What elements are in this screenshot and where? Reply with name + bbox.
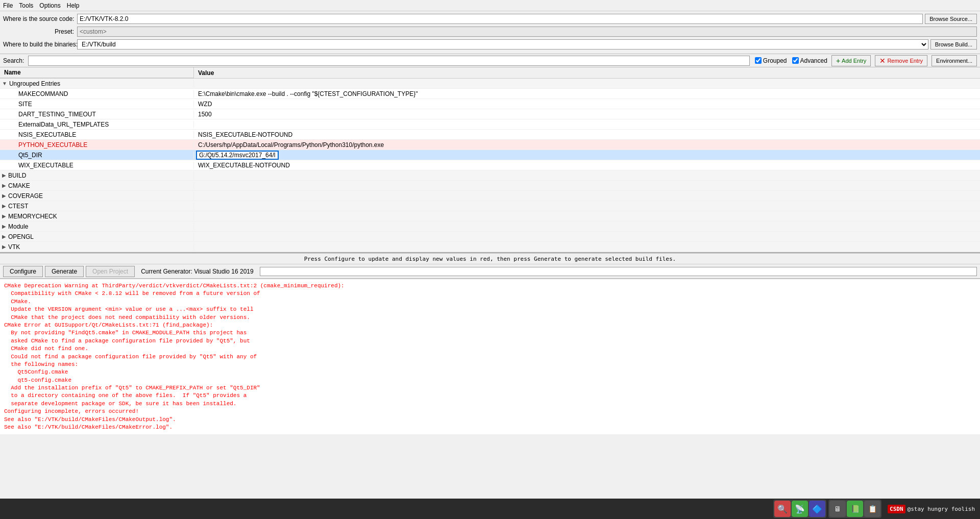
menu-file[interactable]: File [3,2,13,9]
output-line: Configuring incomplete, errors occurred! [4,408,976,415]
taskbar-copy-icon[interactable]: 📋 [864,501,880,517]
output-line: CMake did not find one. [4,345,976,353]
group-row[interactable]: ▶BUILD [0,170,980,181]
table-row[interactable]: WIX_EXECUTABLEWIX_EXECUTABLE-NOTFOUND [0,160,980,170]
entry-value-cell[interactable] [194,151,279,160]
remove-entry-button[interactable]: ✕ Remove Entry [875,55,927,66]
grouped-checkbox-label[interactable]: Grouped [755,57,787,64]
output-line: qt5-config.cmake [4,377,976,384]
menu-tools[interactable]: Tools [19,2,33,9]
open-project-button[interactable]: Open Project [86,266,135,277]
table-row[interactable]: DART_TESTING_TIMEOUT1500 [0,109,980,119]
group-arrow: ▶ [2,172,6,178]
binaries-label: Where to build the binaries: [3,41,77,48]
preset-input[interactable] [77,27,977,37]
output-line: Add the installation prefix of "Qt5" to … [4,384,976,392]
grouped-checkbox[interactable] [755,57,762,64]
taskbar-search-icon[interactable]: 🔍 [774,501,791,517]
output-line: the following names: [4,361,976,368]
table-row[interactable]: PYTHON_EXECUTABLEC:/Users/hp/AppData/Loc… [0,140,980,150]
taskbar: 🔍 📡 🔷 🖥 📗 📋 CSDN @stay hungry foolish [0,499,980,519]
taskbar-text-area: CSDN @stay hungry foolish [888,505,975,513]
menu-help[interactable]: Help [67,2,80,9]
table-row[interactable]: Qt5_DIR [0,150,980,160]
environment-button[interactable]: Environment... [932,55,977,66]
entry-value-cell: WIX_EXECUTABLE-NOTFOUND [194,162,980,169]
entry-value-input[interactable] [196,151,279,160]
output-line: separate development package or SDK, be … [4,400,976,408]
group-arrow: ▶ [2,234,6,239]
group-arrow: ▶ [2,193,6,199]
output-area[interactable]: CMake Deprecation Warning at ThirdParty/… [0,279,980,434]
table-header: Name Value [0,67,980,79]
status-text: Press Configure to update and display ne… [304,256,676,262]
output-line: See also "E:/VTK/build/CMakeFiles/CMakeO… [4,416,976,424]
name-column-header: Name [0,67,194,78]
table-row[interactable]: MAKECOMMANDE:\Cmake\bin\cmake.exe --buil… [0,89,980,99]
value-column-header: Value [194,69,980,77]
output-line: to a directory containing one of the abo… [4,392,976,400]
group-row[interactable]: ▶COVERAGE [0,191,980,201]
browse-source-button[interactable]: Browse Source... [925,14,977,24]
configure-button[interactable]: Configure [3,266,43,277]
output-line: CMake that the project does not need com… [4,314,976,322]
group-row[interactable]: ▶CTEST [0,201,980,211]
table-row[interactable]: SITEWZD [0,99,980,109]
source-label: Where is the source code: [3,15,77,22]
output-line: CMake. [4,298,976,306]
group-row[interactable]: ▶CMAKE [0,181,980,191]
menubar: File Tools Options Help [0,0,980,11]
ungrouped-group-header[interactable]: ▼ Ungrouped Entries [0,79,980,89]
group-name-cell: ▶VTK [0,243,194,251]
remove-icon: ✕ [879,57,886,65]
ungrouped-label: ▼ Ungrouped Entries [0,80,194,87]
group-row[interactable]: ▶MEMORYCHECK [0,211,980,221]
add-icon: + [836,57,840,65]
group-name-cell: ▶OPENGL [0,233,194,240]
output-line: Update the VERSION argument <min> value … [4,306,976,313]
entry-name-cell: DART_TESTING_TIMEOUT [0,111,194,118]
entries-container: MAKECOMMANDE:\Cmake\bin\cmake.exe --buil… [0,89,980,170]
output-line: Compatibility with CMake < 2.8.12 will b… [4,290,976,298]
output-line: By not providing "FindQt5.cmake" in CMAK… [4,329,976,337]
entry-name-cell: NSIS_EXECUTABLE [0,131,194,138]
group-name-cell: ▶MEMORYCHECK [0,213,194,220]
advanced-checkbox-label[interactable]: Advanced [792,57,827,64]
output-line: CMake Error at GUISupport/Qt/CMakeLists.… [4,322,976,329]
entry-value-cell: 1500 [194,111,980,118]
tree-table: Name Value ▼ Ungrouped Entries MAKECOMMA… [0,67,980,253]
group-name-cell: ▶CMAKE [0,182,194,189]
group-arrow: ▶ [2,183,6,188]
entry-name-cell: MAKECOMMAND [0,90,194,97]
entry-value-cell: WZD [194,101,980,108]
expand-arrow: ▼ [2,81,7,86]
output-line: Could not find a package configuration f… [4,353,976,361]
entry-value-cell: C:/Users/hp/AppData/Local/Programs/Pytho… [194,141,980,149]
entry-name-cell: WIX_EXECUTABLE [0,162,194,169]
source-input[interactable] [77,14,923,24]
add-entry-button[interactable]: + Add Entry [831,55,871,66]
output-line: CMake Deprecation Warning at ThirdParty/… [4,282,976,290]
browse-build-button[interactable]: Browse Build... [930,39,977,50]
group-arrow: ▶ [2,213,6,219]
taskbar-green-icon[interactable]: 📡 [792,501,808,517]
menu-options[interactable]: Options [39,2,60,9]
advanced-checkbox[interactable] [792,57,799,64]
group-arrow: ▶ [2,244,6,250]
taskbar-green2-icon[interactable]: 📗 [847,501,863,517]
toolbar: Search: Grouped Advanced + Add Entry ✕ R… [0,54,980,67]
group-row[interactable]: ▶VTK [0,242,980,252]
group-row[interactable]: ▶Module [0,221,980,232]
table-row[interactable]: ExternalData_URL_TEMPLATES [0,119,980,130]
taskbar-blue-icon[interactable]: 🔷 [809,501,825,517]
groups-container: ▶BUILD▶CMAKE▶COVERAGE▶CTEST▶MEMORYCHECK▶… [0,170,980,252]
table-row[interactable]: NSIS_EXECUTABLENSIS_EXECUTABLE-NOTFOUND [0,130,980,140]
generate-button[interactable]: Generate [45,266,84,277]
group-row[interactable]: ▶OPENGL [0,232,980,242]
taskbar-monitor-icon[interactable]: 🖥 [829,501,846,517]
taskbar-icon-group-2: 🖥 📗 📋 [828,500,881,518]
progress-bar [260,267,977,276]
search-input[interactable] [28,56,749,66]
binaries-select[interactable]: E:/VTK/build [77,39,928,50]
search-label: Search: [3,57,24,64]
